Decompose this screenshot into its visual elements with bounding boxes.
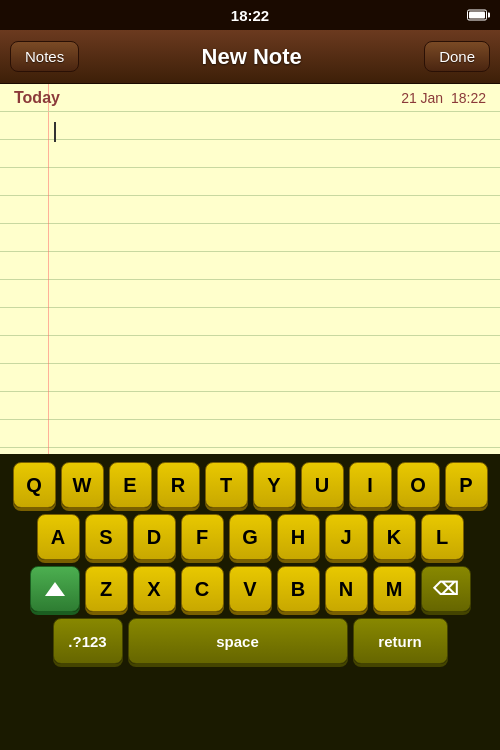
note-date: 21 Jan 18:22 <box>401 90 486 106</box>
backspace-icon: ⌫ <box>433 578 458 600</box>
note-area[interactable]: Today 21 Jan 18:22 <box>0 84 500 454</box>
shift-key[interactable] <box>30 566 80 612</box>
key-x[interactable]: X <box>133 566 176 612</box>
key-f[interactable]: F <box>181 514 224 560</box>
notes-back-button[interactable]: Notes <box>10 41 79 72</box>
note-today-label: Today <box>14 89 60 107</box>
keyboard-row-2: ASDFGHJKL <box>3 514 497 560</box>
key-j[interactable]: J <box>325 514 368 560</box>
key-p[interactable]: P <box>445 462 488 508</box>
status-time: 18:22 <box>231 7 269 24</box>
note-lines <box>0 84 500 454</box>
shift-icon <box>45 582 65 596</box>
key-o[interactable]: O <box>397 462 440 508</box>
key-s[interactable]: S <box>85 514 128 560</box>
key-t[interactable]: T <box>205 462 248 508</box>
done-button[interactable]: Done <box>424 41 490 72</box>
numbers-key[interactable]: .?123 <box>53 618 123 664</box>
return-key[interactable]: return <box>353 618 448 664</box>
key-u[interactable]: U <box>301 462 344 508</box>
key-i[interactable]: I <box>349 462 392 508</box>
key-h[interactable]: H <box>277 514 320 560</box>
status-bar: 18:22 <box>0 0 500 30</box>
key-a[interactable]: A <box>37 514 80 560</box>
space-key[interactable]: space <box>128 618 348 664</box>
key-v[interactable]: V <box>229 566 272 612</box>
keyboard: QWERTYUIOP ASDFGHJKL ZXCVBNM ⌫ .?123 spa… <box>0 454 500 750</box>
nav-bar: Notes New Note Done <box>0 30 500 84</box>
key-z[interactable]: Z <box>85 566 128 612</box>
text-cursor <box>54 122 56 142</box>
key-e[interactable]: E <box>109 462 152 508</box>
key-q[interactable]: Q <box>13 462 56 508</box>
key-k[interactable]: K <box>373 514 416 560</box>
note-header: Today 21 Jan 18:22 <box>0 84 500 112</box>
key-y[interactable]: Y <box>253 462 296 508</box>
nav-title: New Note <box>202 44 302 70</box>
key-c[interactable]: C <box>181 566 224 612</box>
key-g[interactable]: G <box>229 514 272 560</box>
key-l[interactable]: L <box>421 514 464 560</box>
keyboard-row-3: ZXCVBNM ⌫ <box>3 566 497 612</box>
key-b[interactable]: B <box>277 566 320 612</box>
key-m[interactable]: M <box>373 566 416 612</box>
key-w[interactable]: W <box>61 462 104 508</box>
margin-line <box>48 84 49 454</box>
keyboard-row-1: QWERTYUIOP <box>3 462 497 508</box>
keyboard-row-4: .?123 space return <box>3 618 497 664</box>
key-d[interactable]: D <box>133 514 176 560</box>
key-r[interactable]: R <box>157 462 200 508</box>
backspace-key[interactable]: ⌫ <box>421 566 471 612</box>
key-n[interactable]: N <box>325 566 368 612</box>
